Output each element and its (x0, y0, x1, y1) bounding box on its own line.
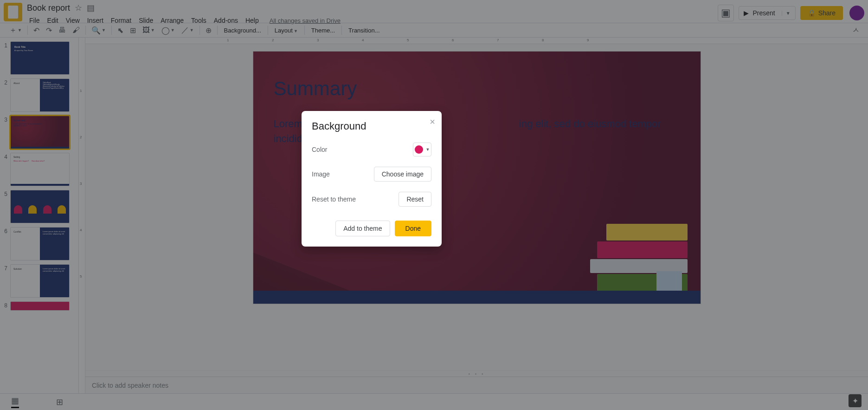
add-to-theme-button[interactable]: Add to theme (335, 221, 390, 236)
reset-label: Reset to theme (312, 195, 356, 203)
choose-image-button[interactable]: Choose image (374, 167, 431, 182)
color-picker[interactable]: ▼ (413, 143, 431, 156)
color-label: Color (312, 146, 327, 153)
done-button[interactable]: Done (395, 221, 431, 236)
chevron-down-icon: ▼ (426, 147, 430, 152)
close-icon[interactable]: × (430, 117, 435, 127)
reset-button[interactable]: Reset (399, 192, 431, 207)
dialog-title: Background (312, 120, 431, 132)
background-dialog: Background × Color ▼ Image Choose image … (302, 111, 442, 247)
image-label: Image (312, 170, 330, 178)
swatch-icon (415, 145, 423, 154)
